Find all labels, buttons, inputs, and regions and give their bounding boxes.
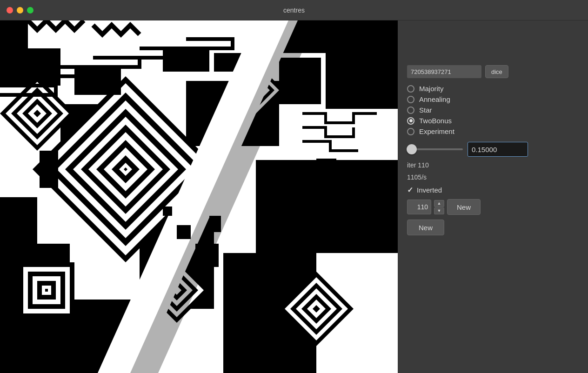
radio-label-experiment: Experiment (419, 127, 454, 135)
radio-label-twobonus: TwoBonus (419, 117, 452, 125)
radio-circle-majority (407, 85, 414, 93)
maximize-button[interactable] (27, 7, 33, 13)
dice-button[interactable]: dice (485, 65, 508, 78)
svg-rect-4 (326, 48, 398, 109)
slider-thumb[interactable] (407, 144, 417, 154)
radio-group: Majority Annealing Star TwoBonus Experim… (407, 85, 579, 135)
step-down-button[interactable]: ▼ (434, 207, 444, 214)
svg-rect-69 (163, 206, 172, 216)
svg-rect-47 (45, 289, 48, 292)
title-bar: centres (0, 0, 588, 20)
seed-input[interactable] (407, 65, 481, 78)
seed-row: dice (407, 65, 579, 78)
step-up-button[interactable]: ▲ (434, 200, 444, 207)
new-button-2[interactable]: New (407, 220, 444, 235)
radio-item-twobonus[interactable]: TwoBonus (407, 117, 579, 125)
svg-rect-8 (256, 160, 398, 253)
svg-rect-67 (195, 244, 219, 267)
radio-label-majority: Majority (419, 85, 444, 93)
radio-label-annealing: Annealing (419, 95, 450, 103)
slider-track[interactable] (407, 148, 463, 150)
radio-label-star: Star (419, 106, 432, 114)
svg-rect-2 (0, 20, 28, 53)
svg-rect-48 (40, 151, 58, 188)
radio-item-annealing[interactable]: Annealing (407, 95, 579, 103)
window-title: centres (283, 7, 305, 14)
radio-item-majority[interactable]: Majority (407, 85, 579, 93)
radio-item-experiment[interactable]: Experiment (407, 127, 579, 135)
main-content: dice Majority Annealing Star TwoBonus (0, 20, 588, 373)
svg-rect-49 (74, 67, 121, 95)
controls-row: ▲ ▼ New (407, 199, 579, 215)
svg-rect-7 (0, 197, 37, 248)
radio-circle-experiment (407, 128, 414, 135)
svg-rect-70 (209, 216, 221, 232)
pattern-svg (0, 20, 398, 373)
canvas-area (0, 20, 398, 373)
new-button-1[interactable]: New (447, 199, 481, 215)
right-panel: dice Majority Annealing Star TwoBonus (398, 20, 588, 373)
stepper: ▲ ▼ (434, 200, 444, 214)
svg-rect-50 (163, 48, 209, 72)
minimize-button[interactable] (17, 7, 23, 13)
radio-circle-star (407, 107, 414, 114)
radio-circle-annealing (407, 96, 414, 103)
value-input[interactable] (468, 142, 528, 157)
inverted-row[interactable]: ✓ Inverted (407, 186, 579, 194)
check-mark: ✓ (407, 186, 413, 194)
rate-label: 1105/s (407, 173, 579, 181)
radio-item-star[interactable]: Star (407, 106, 579, 114)
slider-row (407, 142, 579, 157)
window-controls (7, 7, 33, 13)
close-button[interactable] (7, 7, 13, 13)
num-input[interactable] (407, 200, 431, 214)
iter-label: iter 110 (407, 161, 579, 169)
svg-rect-1 (0, 48, 60, 86)
inverted-label: Inverted (417, 186, 442, 194)
radio-circle-twobonus (407, 117, 414, 125)
svg-rect-68 (177, 225, 191, 239)
radio-dot-twobonus (409, 119, 413, 122)
